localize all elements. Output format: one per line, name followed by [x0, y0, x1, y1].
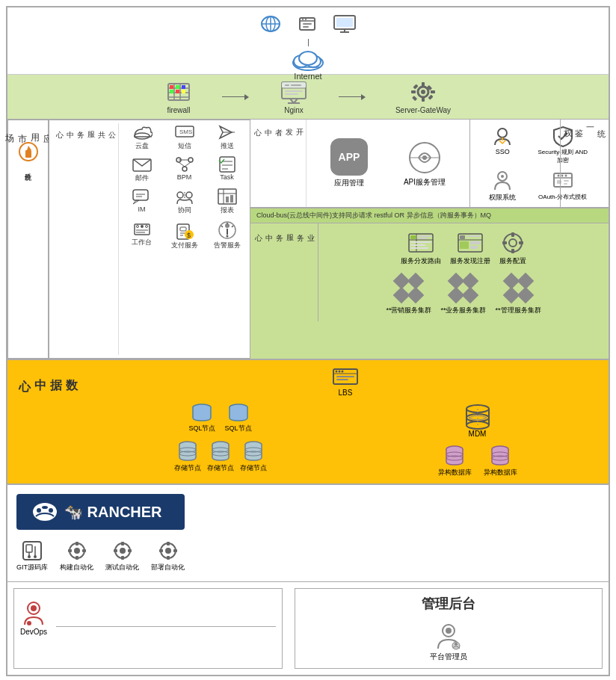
sms-label: 短信	[178, 141, 191, 151]
services-panel: 公共服务中心 云盘 SMS	[49, 120, 250, 359]
svg-rect-47	[413, 84, 418, 89]
svg-rect-44	[422, 97, 425, 102]
svg-rect-69	[133, 190, 148, 200]
storage-node-2-label: 存储节点	[207, 463, 234, 473]
biz-marketing-cluster: **营销服务集群	[386, 275, 431, 315]
app-market-icon	[16, 140, 40, 165]
svg-text:SMS: SMS	[179, 129, 192, 135]
svg-rect-119	[418, 235, 431, 237]
service-im: IM	[122, 188, 161, 215]
monitor-icon	[333, 14, 357, 35]
hetero-node-2-label: 异构数据库	[484, 468, 517, 477]
internet-section: Internet	[7, 7, 609, 75]
svg-point-84	[145, 226, 147, 228]
payment-label: 支付服务	[171, 241, 198, 250]
test-tool: 测试自动化	[105, 539, 139, 572]
svg-point-139	[336, 371, 338, 373]
rancher-left: 🐄 RANCHER GIT源码库	[16, 494, 185, 572]
build-label: 构建自动化	[60, 563, 93, 572]
svg-point-60	[188, 158, 193, 162]
lbs-label: LBS	[339, 389, 353, 397]
svg-point-141	[342, 371, 344, 373]
gateway-arrow2	[339, 94, 366, 100]
svg-point-169	[33, 503, 57, 521]
rancher-logo-text: 🐄 RANCHER	[64, 503, 162, 521]
data-mdm-group: MDM 异构数据库	[438, 403, 517, 477]
svg-rect-35	[291, 84, 301, 86]
service-bpm: BPM	[164, 155, 204, 183]
svg-rect-142	[336, 376, 354, 377]
svg-rect-27	[182, 85, 185, 89]
hetero-node-2: 异构数据库	[484, 444, 517, 477]
storage-node-3: 存储节点	[240, 439, 267, 473]
biz-cluster-row: **营销服务集群	[324, 275, 603, 315]
svg-point-102	[422, 155, 427, 160]
svg-rect-29	[176, 90, 179, 93]
svg-rect-46	[431, 90, 435, 93]
svg-line-96	[221, 226, 223, 227]
svg-rect-50	[428, 95, 433, 100]
sql-node-2: SQL节点	[225, 403, 252, 433]
storage-node-3-label: 存储节点	[240, 463, 267, 473]
svg-rect-127	[467, 235, 481, 237]
svg-marker-70	[133, 200, 139, 204]
svg-rect-28	[170, 90, 173, 93]
right-area: 开发者中心 APP 应用管理	[250, 120, 609, 359]
biz-inner: 业务服务中心	[250, 223, 609, 321]
svg-rect-193	[167, 542, 170, 545]
biz-cluster-label: **业务服务集群	[440, 306, 486, 315]
svg-rect-130	[470, 246, 478, 249]
hetero-nodes-row: 异构数据库 异构数据库	[438, 444, 517, 477]
svg-point-192	[165, 548, 171, 554]
svg-rect-121	[410, 241, 431, 243]
biz-service-row: 服务分发路由	[324, 229, 603, 266]
svg-rect-196	[173, 549, 177, 552]
discover-label: 服务发现注册	[450, 256, 490, 266]
svg-rect-30	[182, 90, 185, 93]
devops-item: DevOps	[20, 601, 47, 636]
svg-rect-25	[170, 85, 173, 89]
svg-rect-80	[230, 195, 233, 203]
data-center-content: LBS SQL节点	[88, 366, 603, 477]
svg-rect-9	[303, 26, 309, 28]
route-label: 服务分发路由	[401, 256, 441, 266]
service-yunpan: 云盘	[122, 123, 161, 151]
svg-point-198	[31, 605, 37, 611]
service-task: Task	[207, 155, 247, 183]
svg-point-172	[42, 506, 48, 509]
mdm-item: MDM	[463, 403, 493, 438]
browser-icon	[259, 15, 282, 34]
svg-rect-184	[82, 549, 86, 552]
dev-api-item: API服务管理	[404, 140, 446, 188]
marketing-cluster-label: **营销服务集群	[386, 306, 431, 315]
svg-point-140	[339, 371, 341, 373]
dev-center-content: APP 应用管理 API服务管理	[307, 120, 469, 207]
auth-sso: SSO	[475, 124, 531, 164]
svg-point-178	[34, 555, 37, 558]
svg-point-99	[226, 235, 228, 238]
sql-nodes-row: SQL节点 SQL节点	[188, 403, 251, 433]
left-sidebar: 应用市场 计价系统	[7, 120, 49, 359]
svg-rect-122	[410, 244, 425, 246]
nginx-item: Nginx	[279, 79, 309, 114]
svg-text:$: $	[187, 232, 191, 239]
svg-rect-43	[422, 82, 425, 87]
data-nodes: SQL节点 SQL节点	[88, 403, 603, 477]
admin-manager-label: 平台管理员	[430, 652, 467, 662]
auth-permission: 权限系统	[475, 169, 531, 203]
svg-rect-49	[412, 96, 417, 101]
mgmt-cluster-label: **管理服务集群	[496, 306, 541, 315]
permission-label: 权限系统	[489, 193, 516, 203]
svg-rect-182	[76, 556, 78, 560]
svg-point-7	[305, 19, 307, 20]
bpm-label: BPM	[177, 173, 192, 181]
storage-node-2: 存储节点	[207, 439, 234, 473]
svg-rect-135	[502, 241, 507, 244]
storage-node-1: 存储节点	[174, 439, 201, 473]
svg-line-63	[185, 162, 191, 167]
workbench-label: 工作台	[132, 238, 152, 247]
service-alert: 告警服务	[207, 220, 247, 250]
internet-label: Internet	[294, 72, 321, 81]
storage-node-1-label: 存储节点	[174, 463, 201, 473]
svg-rect-118	[410, 235, 416, 239]
